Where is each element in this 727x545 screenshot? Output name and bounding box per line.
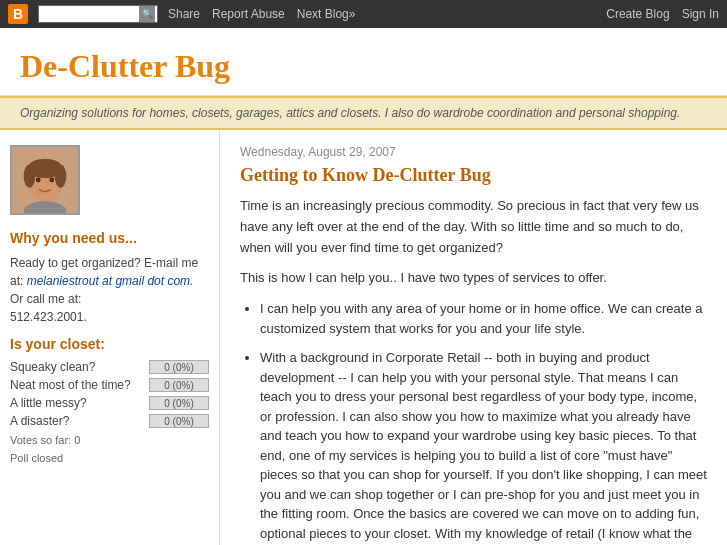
votes-label: Votes so far: 0 xyxy=(10,434,209,446)
post-paragraph-0: Time is an increasingly precious commodi… xyxy=(240,196,707,258)
avatar-image xyxy=(12,146,78,214)
site-title: De-Clutter Bug xyxy=(20,48,707,85)
main-layout: Why you need us... Ready to get organize… xyxy=(0,130,727,545)
poll-closed-label: Poll closed xyxy=(10,452,209,464)
site-header: De-Clutter Bug xyxy=(0,28,727,96)
svg-point-7 xyxy=(49,178,54,183)
poll-label-3: A disaster? xyxy=(10,414,149,428)
poll-label-1: Neat most of the time? xyxy=(10,378,149,392)
poll-bar-1: 0 (0%) xyxy=(149,378,209,392)
poll-bar-0: 0 (0%) xyxy=(149,360,209,374)
post-title-link[interactable]: Getting to Know De-Clutter Bug xyxy=(240,165,491,185)
post-body: Time is an increasingly precious commodi… xyxy=(240,196,707,545)
svg-point-4 xyxy=(24,164,36,187)
search-box: 🔍 xyxy=(38,5,158,23)
poll-bar-2: 0 (0%) xyxy=(149,396,209,410)
share-link[interactable]: Share xyxy=(168,7,200,21)
phone-number: 512.423.2001. xyxy=(10,310,87,324)
post-paragraph-1: This is how I can help you.. I have two … xyxy=(240,268,707,289)
why-title: Why you need us... xyxy=(10,230,209,246)
content-area: Wednesday, August 29, 2007 Getting to Kn… xyxy=(220,130,727,545)
avatar xyxy=(10,145,80,215)
blogger-icon: B xyxy=(8,4,28,24)
create-blog-link[interactable]: Create Blog xyxy=(606,7,669,21)
next-blog-link[interactable]: Next Blog» xyxy=(297,7,356,21)
report-abuse-link[interactable]: Report Abuse xyxy=(212,7,285,21)
poll-section: Is your closet: Squeaky clean? 0 (0%) Ne… xyxy=(10,336,209,464)
nav-right: Create Blog Sign In xyxy=(606,7,719,21)
nav-links: Share Report Abuse Next Blog» xyxy=(168,7,596,21)
post-bullet-0: I can help you with any area of your hom… xyxy=(260,299,707,338)
post-date: Wednesday, August 29, 2007 xyxy=(240,145,707,159)
sidebar: Why you need us... Ready to get organize… xyxy=(0,130,220,545)
poll-label-2: A little messy? xyxy=(10,396,149,410)
post-title: Getting to Know De-Clutter Bug xyxy=(240,165,707,186)
search-button[interactable]: 🔍 xyxy=(139,6,155,22)
poll-bar-3: 0 (0%) xyxy=(149,414,209,428)
email-link[interactable]: melaniestrout at gmail dot com. xyxy=(27,274,194,288)
svg-point-6 xyxy=(36,178,41,183)
why-text: Ready to get organized? E-mail me at: me… xyxy=(10,254,209,326)
tagline-bar: Organizing solutions for homes, closets,… xyxy=(0,96,727,130)
search-input[interactable] xyxy=(39,6,139,22)
post-bullet-1: With a background in Corporate Retail --… xyxy=(260,348,707,545)
poll-label-0: Squeaky clean? xyxy=(10,360,149,374)
navbar: B 🔍 Share Report Abuse Next Blog» Create… xyxy=(0,0,727,28)
poll-item-3: A disaster? 0 (0%) xyxy=(10,414,209,428)
sign-in-link[interactable]: Sign In xyxy=(682,7,719,21)
poll-item-0: Squeaky clean? 0 (0%) xyxy=(10,360,209,374)
poll-item-1: Neat most of the time? 0 (0%) xyxy=(10,378,209,392)
poll-item-2: A little messy? 0 (0%) xyxy=(10,396,209,410)
closet-title: Is your closet: xyxy=(10,336,209,352)
post-bullet-list: I can help you with any area of your hom… xyxy=(260,299,707,545)
svg-point-5 xyxy=(55,164,67,187)
